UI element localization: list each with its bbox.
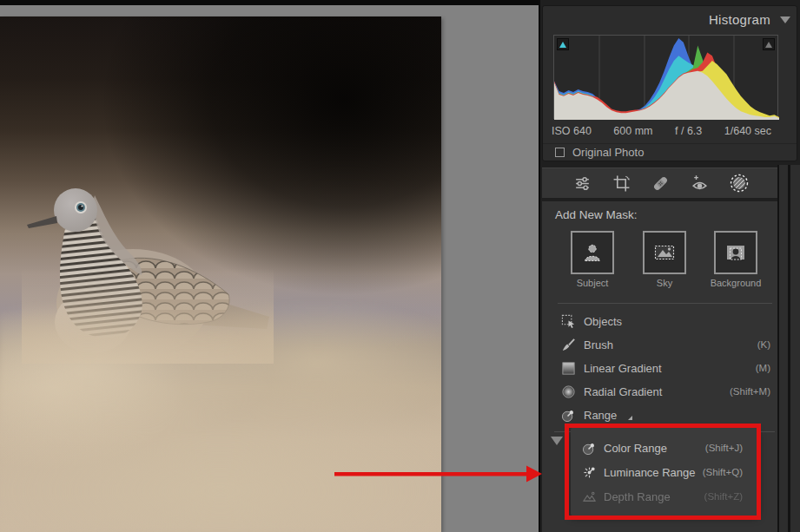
lightroom-develop-window: Histogram ISO 640 600 mm	[0, 0, 800, 532]
annotation-highlight-box	[565, 424, 761, 520]
